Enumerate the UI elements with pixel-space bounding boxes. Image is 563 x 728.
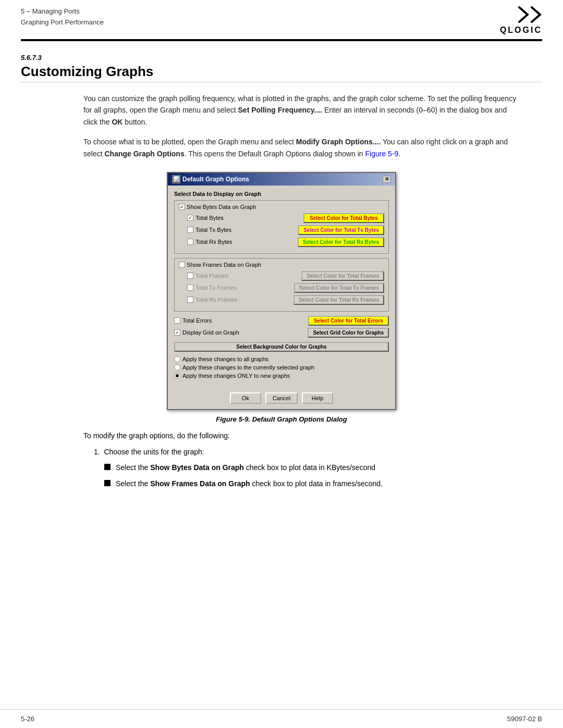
total-tx-bytes-label: Total Tx Bytes — [195, 227, 231, 233]
display-grid-row: Display Grid on Graph Select Grid Color … — [174, 328, 389, 338]
total-errors-row: Total Errors Select Color for Total Erro… — [174, 316, 389, 326]
paragraph-1: You can customize the graph polling freq… — [83, 93, 521, 128]
page-header: 5 – Managing Ports Graphing Port Perform… — [0, 0, 563, 35]
radio-new-graphs-btn[interactable] — [174, 373, 180, 379]
display-grid-label: Display Grid on Graph — [182, 329, 239, 336]
display-grid-checkbox[interactable] — [174, 329, 180, 336]
logo: QLOGIC — [500, 6, 542, 35]
total-bytes-color-btn[interactable]: Select Color for Total Bytes — [303, 213, 384, 223]
cancel-button[interactable]: Cancel — [265, 392, 298, 404]
page-footer: 5-26 59097-02 B — [0, 709, 563, 728]
bytes-group-header: Show Bytes Data on Graph — [179, 204, 384, 210]
dialog-footer: Ok Cancel Help — [168, 388, 395, 409]
section-number: 5.6.7.3 — [21, 54, 542, 61]
total-tx-frames-checkbox — [187, 285, 193, 291]
numbered-item-1: 1. Choose the units for the graph: — [94, 446, 521, 458]
breadcrumb: 5 – Managing Ports Graphing Port Perform… — [21, 6, 104, 28]
total-rx-frames-row: Total Rx Frames Select Color for Total R… — [179, 295, 384, 305]
radio-new-label: Apply these changes ONLY to new graphs — [182, 373, 290, 379]
dialog-close-button[interactable]: ✕ — [383, 176, 391, 183]
footer-page-number: 5-26 — [21, 715, 34, 723]
total-tx-frames-color-btn: Select Color for Total Tx Frames — [294, 283, 384, 293]
radio-current-graph: Apply these changes to the currently sel… — [174, 364, 389, 371]
total-tx-bytes-checkbox[interactable] — [187, 227, 193, 233]
radio-group: Apply these changes to all graphs Apply … — [174, 356, 389, 379]
radio-current-graph-btn[interactable] — [174, 364, 180, 371]
total-frames-label: Total Frames — [195, 273, 229, 279]
show-bytes-label: Show Bytes Data on Graph — [187, 204, 256, 210]
bytes-group: Show Bytes Data on Graph Total Bytes Sel… — [174, 200, 389, 254]
total-tx-frames-label: Total Tx Frames — [195, 285, 237, 291]
logo-icon — [517, 6, 542, 26]
figure-container: 📊 Default Graph Options ✕ Select Data to… — [21, 172, 542, 423]
radio-new-graphs: Apply these changes ONLY to new graphs — [174, 373, 389, 379]
total-frames-color-btn: Select Color for Total Frames — [301, 271, 384, 281]
dialog-section-label: Select Data to Display on Graph — [174, 191, 389, 197]
radio-all-graphs-btn[interactable] — [174, 356, 180, 362]
show-bytes-checkbox[interactable] — [179, 204, 185, 210]
radio-all-graphs: Apply these changes to all graphs — [174, 356, 389, 362]
total-rx-bytes-label: Total Rx Bytes — [195, 239, 232, 245]
show-frames-checkbox[interactable] — [179, 262, 185, 268]
radio-current-label: Apply these changes to the currently sel… — [182, 364, 314, 371]
logo-text: QLOGIC — [500, 26, 542, 35]
total-errors-color-btn[interactable]: Select Color for Total Errors — [308, 316, 389, 326]
total-frames-row: Total Frames Select Color for Total Fram… — [179, 271, 384, 281]
bullet-item-2: Select the Show Frames Data on Graph che… — [104, 478, 521, 489]
help-button[interactable]: Help — [302, 392, 333, 404]
dialog-window: 📊 Default Graph Options ✕ Select Data to… — [167, 172, 396, 410]
total-rx-bytes-checkbox[interactable] — [187, 239, 193, 245]
total-rx-frames-checkbox — [187, 297, 193, 303]
main-content: 5.6.7.3 Customizing Graphs You can custo… — [0, 41, 563, 506]
bg-color-btn[interactable]: Select Background Color for Graphs — [174, 342, 389, 352]
ok-button[interactable]: Ok — [230, 392, 261, 404]
numbered-list: 1. Choose the units for the graph: — [94, 446, 521, 458]
bullet-icon-1 — [104, 464, 111, 470]
bullet-icon-2 — [104, 480, 111, 486]
dialog-title-icon: 📊 — [172, 175, 180, 183]
radio-all-label: Apply these changes to all graphs — [182, 356, 268, 362]
total-rx-bytes-row: Total Rx Bytes Select Color for Total Rx… — [179, 237, 384, 247]
bg-color-row: Select Background Color for Graphs — [174, 342, 389, 352]
frames-group: Show Frames Data on Graph Total Frames S… — [174, 258, 389, 312]
figure-link[interactable]: Figure 5-9 — [365, 150, 399, 158]
dialog-body: Select Data to Display on Graph Show Byt… — [168, 186, 395, 388]
footer-doc-number: 59097-02 B — [507, 715, 542, 723]
body-after-figure: To modify the graph options, do the foll… — [83, 431, 521, 440]
total-rx-bytes-color-btn[interactable]: Select Color for Total Rx Bytes — [298, 237, 384, 247]
dialog-titlebar: 📊 Default Graph Options ✕ — [168, 173, 395, 186]
total-errors-label: Total Errors — [182, 317, 212, 324]
grid-color-btn[interactable]: Select Grid Color for Graphs — [308, 328, 389, 338]
total-errors-checkbox[interactable] — [174, 317, 180, 324]
figure-caption: Figure 5-9. Default Graph Options Dialog — [216, 415, 347, 423]
show-frames-label: Show Frames Data on Graph — [187, 262, 261, 268]
total-tx-bytes-color-btn[interactable]: Select Color for Total Tx Bytes — [298, 225, 384, 235]
total-tx-bytes-row: Total Tx Bytes Select Color for Total Tx… — [179, 225, 384, 235]
bullet-list: Select the Show Bytes Data on Graph chec… — [104, 462, 521, 489]
total-bytes-row: Total Bytes Select Color for Total Bytes — [179, 213, 384, 223]
total-rx-frames-label: Total Rx Frames — [195, 297, 237, 303]
dialog-title: Default Graph Options — [182, 176, 249, 183]
total-frames-checkbox — [187, 273, 193, 279]
section-title: Customizing Graphs — [21, 64, 542, 82]
frames-group-header: Show Frames Data on Graph — [179, 262, 384, 268]
bullet-item-1: Select the Show Bytes Data on Graph chec… — [104, 462, 521, 473]
total-bytes-checkbox[interactable] — [187, 215, 193, 221]
total-rx-frames-color-btn: Select Color for Total Rx Frames — [293, 295, 384, 305]
paragraph-2: To choose what is to be plotted, open th… — [83, 136, 521, 159]
total-tx-frames-row: Total Tx Frames Select Color for Total T… — [179, 283, 384, 293]
total-bytes-label: Total Bytes — [195, 215, 224, 221]
